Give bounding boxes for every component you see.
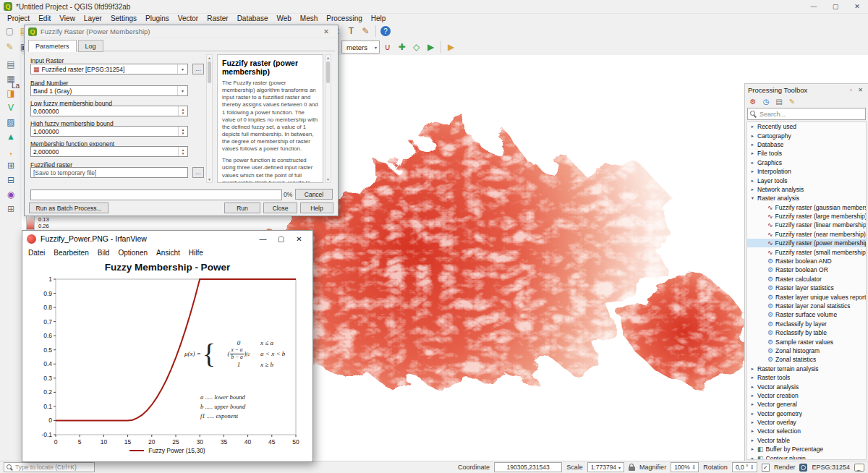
chevron-right-icon[interactable]: ▸ bbox=[750, 456, 755, 460]
toolbox-item-contour-plugin[interactable]: ▸◧Contour plugin bbox=[747, 453, 866, 460]
select-arrow-icon[interactable]: ▶ bbox=[444, 41, 458, 54]
chevron-right-icon[interactable]: ▸ bbox=[750, 375, 755, 380]
toolbox-item-fuzzify-raster-small-membership[interactable]: ∿Fuzzify raster (small membership) bbox=[747, 247, 866, 256]
map-tips-icon[interactable]: ✎ bbox=[359, 25, 373, 38]
chevron-down-icon[interactable]: ▾ bbox=[750, 195, 755, 201]
close-button[interactable]: ✕ bbox=[290, 231, 308, 247]
spinner-buttons[interactable]: ▲▼ bbox=[178, 106, 187, 116]
band-number-combo[interactable]: Band 1 (Gray) ▾ bbox=[30, 85, 188, 96]
toolbox-item-vector-overlay[interactable]: ▸Vector overlay bbox=[747, 418, 866, 427]
menu-item-layer[interactable]: Layer bbox=[80, 14, 106, 22]
toolbox-item-fuzzify-raster-gaussian-membership[interactable]: ∿Fuzzify raster (gaussian membership) bbox=[747, 203, 866, 212]
menu-item-database[interactable]: Database bbox=[233, 14, 273, 22]
locate-input[interactable]: Type to locate (Ctrl+K) bbox=[4, 462, 95, 472]
menu-item-view[interactable]: View bbox=[55, 14, 80, 22]
scrollbar-thumb[interactable] bbox=[326, 61, 330, 83]
lock-scale-icon[interactable] bbox=[629, 466, 635, 471]
help-scrollbar[interactable]: ▲ ▼ bbox=[325, 54, 331, 183]
chevron-right-icon[interactable]: ▸ bbox=[750, 169, 755, 174]
menu-item-raster[interactable]: Raster bbox=[203, 14, 232, 22]
output-file-input[interactable]: [Save to temporary file] bbox=[30, 167, 188, 178]
cancel-button[interactable]: Cancel bbox=[295, 189, 333, 200]
toolbox-item-recently-used[interactable]: ▸Recently used bbox=[747, 122, 866, 131]
chevron-right-icon[interactable]: ▸ bbox=[750, 150, 755, 156]
chevron-right-icon[interactable]: ▸ bbox=[750, 366, 755, 372]
spinner-buttons[interactable]: ▲▼ bbox=[178, 147, 187, 156]
tab-parameters[interactable]: Parameters bbox=[28, 40, 77, 52]
toolbox-item-raster-calculator[interactable]: ⚙Raster calculator bbox=[747, 275, 866, 284]
toolbox-item-reclassify-by-layer[interactable]: ⚙Reclassify by layer bbox=[747, 320, 866, 328]
panel-close-icon[interactable]: ✕ bbox=[856, 87, 865, 93]
input-raster-browse-button[interactable]: … bbox=[192, 64, 204, 74]
add-wms-icon[interactable]: ◉ bbox=[4, 188, 18, 201]
toolbox-item-fuzzify-raster-large-membership[interactable]: ∿Fuzzify raster (large membership) bbox=[747, 212, 866, 221]
menu-item-help[interactable]: Help bbox=[367, 14, 391, 22]
units-combo[interactable]: meters ▾ bbox=[341, 41, 380, 54]
messages-icon[interactable] bbox=[854, 464, 864, 472]
toolbox-item-reclassify-by-table[interactable]: ⚙Reclassify by table bbox=[747, 328, 866, 337]
models-icon[interactable]: ⚙ bbox=[748, 96, 758, 106]
chevron-right-icon[interactable]: ▸ bbox=[750, 142, 755, 148]
maximize-button[interactable]: ▢ bbox=[272, 231, 290, 247]
text-annotation-icon[interactable]: T bbox=[344, 25, 358, 38]
menu-item-bild[interactable]: Bild bbox=[93, 249, 114, 257]
menu-item-edit[interactable]: Edit bbox=[34, 14, 55, 22]
menu-item-mesh[interactable]: Mesh bbox=[296, 14, 322, 22]
chevron-right-icon[interactable]: ▸ bbox=[750, 411, 755, 417]
new-project-icon[interactable]: ▢ bbox=[3, 25, 17, 38]
menu-item-datei[interactable]: Datei bbox=[24, 249, 49, 257]
toolbox-item-raster-boolean-or[interactable]: ⚙Raster boolean OR bbox=[747, 265, 866, 274]
menu-item-hilfe[interactable]: Hilfe bbox=[184, 249, 208, 257]
add-spatialite-icon[interactable]: ⊟ bbox=[4, 174, 18, 187]
dialog-close-button[interactable]: ✕ bbox=[318, 27, 334, 35]
close-button[interactable]: ✕ bbox=[846, 0, 868, 13]
toolbox-item-fuzzify-raster-power-membership[interactable]: ∿Fuzzify raster (power membership) bbox=[747, 239, 866, 247]
chevron-right-icon[interactable]: ▸ bbox=[750, 178, 755, 184]
menu-item-settings[interactable]: Settings bbox=[106, 14, 141, 22]
trace-icon[interactable]: ▶ bbox=[424, 41, 438, 54]
panel-float-icon[interactable]: ▫ bbox=[846, 87, 856, 93]
toolbox-item-buffer-by-percentage[interactable]: ▸◧Buffer by Percentage bbox=[747, 445, 866, 453]
toolbox-item-vector-selection[interactable]: ▸Vector selection bbox=[747, 427, 866, 435]
toolbox-item-raster-tools[interactable]: ▸Raster tools bbox=[747, 373, 866, 382]
toolbox-item-raster-analysis[interactable]: ▾Raster analysis bbox=[747, 194, 866, 203]
add-delimited-text-icon[interactable]: , bbox=[4, 145, 18, 158]
history-icon[interactable]: ◷ bbox=[761, 96, 771, 106]
close-dialog-button[interactable]: Close bbox=[263, 203, 297, 213]
menu-item-web[interactable]: Web bbox=[272, 14, 295, 22]
input-raster-combo[interactable]: ▦ Fuzzified raster [EPSG:31254] ▾ bbox=[30, 64, 188, 74]
coordinate-value[interactable]: 190305,231543 bbox=[494, 462, 562, 472]
chevron-right-icon[interactable]: ▸ bbox=[750, 446, 755, 452]
render-checkbox[interactable]: ✓ bbox=[762, 464, 770, 472]
crs-value[interactable]: EPSG:31254 bbox=[812, 464, 850, 471]
run-button[interactable]: Run bbox=[224, 203, 260, 213]
toolbox-item-graphics[interactable]: ▸Graphics bbox=[747, 158, 866, 167]
magnifier-spinbox[interactable]: 100% ▲▼ bbox=[671, 462, 699, 472]
toolbox-item-raster-boolean-and[interactable]: ⚙Raster boolean AND bbox=[747, 257, 866, 265]
toolbox-item-network-analysis[interactable]: ▸Network analysis bbox=[747, 185, 866, 194]
scale-combo[interactable]: 1:773794 ▾ bbox=[587, 462, 624, 472]
chevron-right-icon[interactable]: ▸ bbox=[750, 133, 755, 139]
exponent-spinbox[interactable]: 2,000000 ▲▼ bbox=[30, 146, 188, 157]
chevron-right-icon[interactable]: ▸ bbox=[750, 393, 755, 399]
maximize-button[interactable]: ▢ bbox=[825, 0, 846, 13]
menu-item-optionen[interactable]: Optionen bbox=[114, 249, 152, 257]
chevron-right-icon[interactable]: ▸ bbox=[750, 438, 755, 443]
chevron-right-icon[interactable]: ▸ bbox=[750, 384, 755, 390]
digitize-icon[interactable]: ◇ bbox=[409, 41, 423, 54]
help-icon[interactable]: ? bbox=[380, 26, 391, 36]
vertex-tool-icon[interactable]: ✚ bbox=[395, 41, 409, 54]
toolbox-item-vector-creation[interactable]: ▸Vector creation bbox=[747, 391, 866, 400]
minimize-button[interactable]: — bbox=[803, 0, 825, 13]
toolbox-item-cartography[interactable]: ▸Cartography bbox=[747, 131, 866, 140]
high-bound-spinbox[interactable]: 1,000000 ▲▼ bbox=[30, 126, 188, 137]
scrollbar-thumb[interactable] bbox=[208, 61, 211, 83]
toolbox-item-zonal-histogram[interactable]: ⚙Zonal histogram bbox=[747, 346, 866, 355]
batch-process-button[interactable]: Run as Batch Process... bbox=[29, 203, 109, 213]
chevron-right-icon[interactable]: ▸ bbox=[750, 401, 755, 407]
toolbox-item-file-tools[interactable]: ▸File tools bbox=[747, 149, 866, 158]
toolbox-item-vector-geometry[interactable]: ▸Vector geometry bbox=[747, 409, 866, 418]
toolbox-item-raster-terrain-analysis[interactable]: ▸Raster terrain analysis bbox=[747, 365, 866, 373]
toolbox-item-raster-layer-zonal-statistics[interactable]: ⚙Raster layer zonal statistics bbox=[747, 302, 866, 310]
toolbox-item-raster-surface-volume[interactable]: ⚙Raster surface volume bbox=[747, 310, 866, 319]
